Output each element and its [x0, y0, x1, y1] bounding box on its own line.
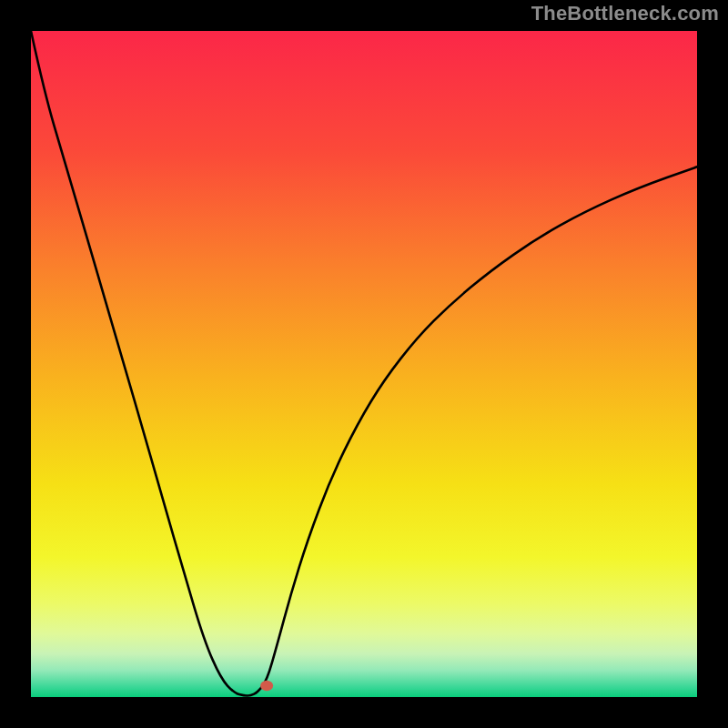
bottleneck-chart: [31, 31, 697, 697]
optimum-marker: [260, 681, 273, 691]
chart-frame-bottom: [0, 697, 728, 728]
chart-plot-area: [31, 31, 697, 697]
chart-frame-right: [697, 0, 728, 728]
chart-frame-left: [0, 0, 31, 728]
chart-background: [31, 31, 697, 697]
watermark-label: TheBottleneck.com: [531, 2, 719, 25]
